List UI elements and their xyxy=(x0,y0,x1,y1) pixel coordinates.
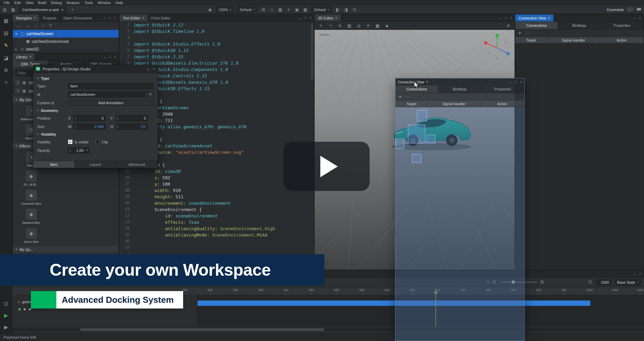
home-icon[interactable]: ▦ xyxy=(10,7,16,12)
snap-toggle-icon[interactable]: ◎ xyxy=(356,23,361,28)
menu-debug[interactable]: Debug xyxy=(49,0,64,5)
select-tool-icon[interactable]: ↖ xyxy=(319,23,324,28)
add-keyframe-icon[interactable]: ◆ xyxy=(23,307,26,311)
filter-icon[interactable]: ▽ xyxy=(49,23,52,28)
window-layout-icon[interactable]: ⊡ xyxy=(352,7,357,12)
camera-toggle-icon[interactable]: ◈ xyxy=(384,23,389,28)
timeline-scrollbar[interactable] xyxy=(12,328,644,331)
preview-icon[interactable]: ◉ xyxy=(207,7,213,12)
tab-library[interactable]: Library × xyxy=(13,53,35,60)
prev-keyframe-icon[interactable]: ◀ xyxy=(18,307,20,311)
close-icon[interactable]: × xyxy=(153,67,155,71)
float-icon[interactable]: □ xyxy=(304,16,306,20)
connection-list[interactable] xyxy=(515,44,644,270)
chat-icon[interactable] xyxy=(637,8,641,12)
welcome-mode-icon[interactable]: ▦ xyxy=(3,17,9,24)
reset-view-icon[interactable]: ↺ xyxy=(505,23,511,28)
feedback-icon[interactable] xyxy=(628,8,633,12)
kit-selector-icon[interactable]: ⊡ xyxy=(3,300,9,307)
width-stepper[interactable]: ▲▼ 2.048 xyxy=(73,124,106,130)
menu-tools[interactable]: Tools xyxy=(82,0,95,5)
chevron-down-icon[interactable]: ⌄ xyxy=(499,16,502,20)
tree-item-carviewscreenasset[interactable]: ▦carViewScreenAsset xyxy=(13,38,119,45)
add-connection-button[interactable]: + xyxy=(399,94,401,99)
close-icon[interactable]: × xyxy=(548,16,550,20)
design-mode-icon[interactable]: ✎ xyxy=(3,42,9,49)
y-stepper[interactable]: ▲▼ 0 xyxy=(116,115,148,121)
move-up-icon[interactable]: ↑ xyxy=(42,23,44,28)
layer-overlay-icon[interactable]: ▩ xyxy=(303,7,308,12)
chevron-down-icon[interactable]: ⌄ xyxy=(103,55,106,59)
scale-tool-icon[interactable]: ▧ xyxy=(347,23,352,28)
show-bounds-icon[interactable]: □ xyxy=(269,7,274,12)
library-item-masked-blur[interactable]: ◈Masked Blur xyxy=(18,209,44,224)
tab-item[interactable]: Item xyxy=(33,161,75,168)
dialog-titlebar[interactable]: DS Properties - Qt Design Studio □ × xyxy=(33,65,158,73)
forward-icon[interactable]: → xyxy=(26,23,30,28)
clip-checkbox[interactable] xyxy=(95,140,100,144)
library-item-di-al-bl[interactable]: ◈Di...al Bl... xyxy=(18,170,44,186)
add-annotation-button[interactable]: Add Annotation xyxy=(68,100,154,106)
move-tool-icon[interactable]: + xyxy=(328,23,333,28)
remove-connection-button[interactable]: — xyxy=(525,30,530,36)
close-icon[interactable]: × xyxy=(34,16,36,20)
split-left-icon[interactable]: ◧ xyxy=(335,7,340,12)
tab-properties[interactable]: Properties xyxy=(601,22,644,29)
float-icon[interactable]: □ xyxy=(639,16,641,20)
tab-bindings[interactable]: Bindings xyxy=(438,85,481,93)
light-toggle-icon[interactable]: ☀ xyxy=(366,23,371,28)
menu-analyze[interactable]: Analyze xyxy=(64,0,82,5)
chevron-down-icon[interactable]: ⌄ xyxy=(634,272,636,276)
align-icon[interactable]: ≡ xyxy=(286,7,291,12)
axis-gizmo[interactable] xyxy=(481,32,512,63)
close-icon[interactable]: × xyxy=(114,16,116,20)
close-icon[interactable]: × xyxy=(335,16,337,20)
float-icon[interactable]: □ xyxy=(639,272,641,276)
zoom-stepper[interactable]: ▴▾ xyxy=(230,8,231,11)
editor-scrollbar[interactable] xyxy=(311,23,313,80)
add-icon[interactable]: + xyxy=(16,80,20,85)
projects-mode-icon[interactable]: ⚙ xyxy=(3,67,9,74)
tab-navigator[interactable]: Navigator× xyxy=(13,14,40,21)
close-icon[interactable]: × xyxy=(142,16,144,20)
reset-id-icon[interactable]: ↺ xyxy=(147,91,154,97)
rotate-tool-icon[interactable]: ↻ xyxy=(337,23,342,28)
tree-item-carviewscreen[interactable]: ▾▢carViewScreen xyxy=(13,30,119,38)
open-file-tab[interactable]: CarViewScreen.ui.qml × xyxy=(19,6,67,13)
help-mode-icon[interactable]: ? xyxy=(3,79,9,86)
tab-connections[interactable]: Connections xyxy=(515,22,558,29)
split-right-icon[interactable]: ◨ xyxy=(343,7,349,12)
menu-window[interactable]: Window xyxy=(95,0,113,5)
chevron-down-icon[interactable]: ▾ xyxy=(37,133,39,136)
library-section-my-qu[interactable]: ▾My Qu... xyxy=(13,246,119,253)
close-icon[interactable]: × xyxy=(30,55,32,59)
float-icon[interactable]: □ xyxy=(505,16,507,20)
zoom-control[interactable]: 100% ▴▾ xyxy=(216,6,234,13)
video-play-button[interactable] xyxy=(283,142,370,191)
debug-mode-icon[interactable]: ◪ xyxy=(3,55,9,61)
library-item-zoom-blur[interactable]: ◈Zoom Blur xyxy=(18,228,44,244)
end-frame-input[interactable]: 1000 xyxy=(596,279,611,285)
back-icon[interactable]: ← xyxy=(17,23,21,28)
tab-connection-view[interactable]: Connection View × xyxy=(515,14,554,21)
maximize-icon[interactable]: □ xyxy=(147,67,150,71)
chevron-down-icon[interactable]: ⌄ xyxy=(103,16,106,20)
menu-view[interactable]: View xyxy=(23,0,36,5)
tab-3d-editor[interactable]: 3D Editor × xyxy=(315,14,341,21)
expander-icon[interactable]: ▾ xyxy=(15,32,19,36)
show-grid-icon[interactable]: ▦ xyxy=(277,7,283,12)
chevron-down-icon[interactable]: ⌄ xyxy=(299,16,301,20)
menu-help[interactable]: Help xyxy=(113,0,125,5)
type-field[interactable]: Item xyxy=(68,83,154,89)
theme-select[interactable]: Default ▾ xyxy=(311,6,331,13)
float-icon[interactable]: □ xyxy=(515,80,517,84)
chevron-down-icon[interactable]: ⌄ xyxy=(633,16,636,20)
tab-properties[interactable]: Properties xyxy=(481,85,524,93)
menu-file[interactable]: File xyxy=(1,0,12,5)
id-field[interactable]: carViewScreen xyxy=(68,91,146,97)
edit-mode-icon[interactable]: ▤ xyxy=(3,30,9,37)
floating-connection-view[interactable]: Connection View × ⌄ □ × ConnectionsBindi… xyxy=(395,78,525,341)
menu-build[interactable]: Build xyxy=(36,0,48,5)
tab-layout[interactable]: Layout xyxy=(75,161,116,168)
frame-selection-icon[interactable]: ▣ xyxy=(294,7,300,12)
